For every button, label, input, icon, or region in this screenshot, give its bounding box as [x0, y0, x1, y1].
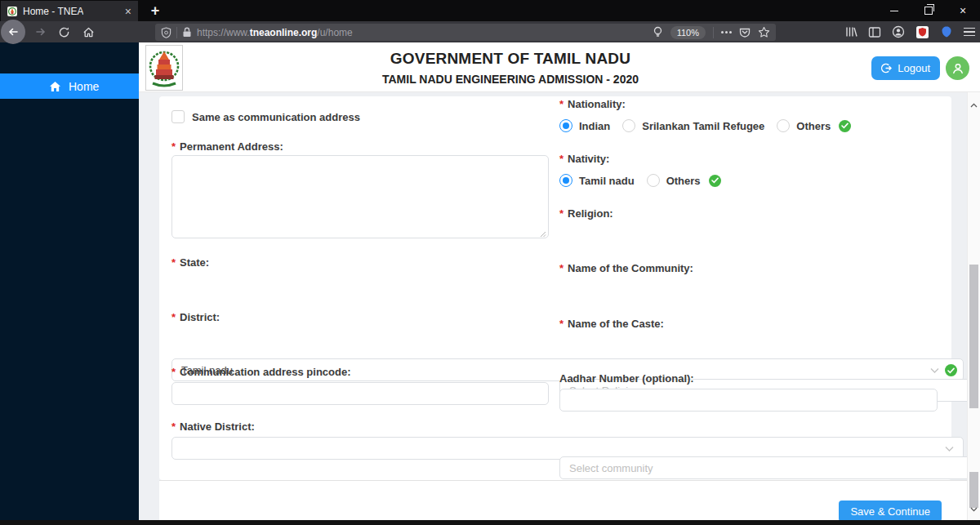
url-text: https://www.tneaonline.org/u/home [197, 27, 353, 38]
account-icon[interactable] [892, 25, 905, 38]
library-icon[interactable] [844, 25, 858, 38]
verified-icon [945, 364, 957, 376]
scrollbar-thumb[interactable] [969, 265, 978, 408]
same-address-label: Same as communication address [192, 111, 360, 123]
logout-button[interactable]: Logout [871, 56, 940, 80]
caste-label: *Name of the Caste: [559, 318, 938, 330]
community-select[interactable]: Select community [559, 456, 980, 479]
religion-label: *Religion: [559, 207, 938, 220]
header-titles: GOVERNMENT OF TAMIL NADU TAMIL NADU ENGI… [139, 50, 882, 86]
resize-handle-icon[interactable] [540, 231, 546, 238]
page-title: GOVERNMENT OF TAMIL NADU [139, 50, 882, 68]
permanent-address-label: *Permanent Address: [172, 140, 549, 153]
nationality-radio-group: Indian Srilankan Tamil Refugee Others [559, 119, 938, 132]
radio-srilankan-tamil-refugee[interactable]: Srilankan Tamil Refugee [622, 119, 764, 132]
form-footer: Save & Continue [159, 480, 967, 520]
app-header: GOVERNMENT OF TAMIL NADU TAMIL NADU ENGI… [139, 42, 980, 92]
tab-bar: Home - TNEA × + × [0, 0, 980, 21]
vertical-scrollbar[interactable] [967, 92, 980, 520]
scrollbar-thumb[interactable] [969, 472, 978, 508]
scroll-up-icon[interactable] [968, 100, 980, 111]
user-icon [951, 62, 964, 75]
form-card: Same as communication address *Permanent… [159, 96, 951, 480]
home-icon [49, 81, 61, 92]
window-close-button[interactable]: × [946, 0, 980, 21]
verified-icon [839, 120, 851, 132]
logout-icon [881, 63, 892, 73]
radio-tamil-nadu[interactable]: Tamil nadu [559, 174, 635, 187]
user-avatar[interactable] [946, 56, 969, 80]
reload-button[interactable] [54, 22, 74, 42]
window-minimize-button[interactable] [877, 0, 911, 21]
tab-close-icon[interactable]: × [125, 6, 131, 17]
pincode-label: *Communication address pincode: [172, 366, 549, 378]
radio-nationality-others[interactable]: Others [777, 119, 851, 132]
tab-favicon-icon [7, 7, 17, 16]
chevron-down-icon [945, 446, 954, 452]
aadhar-input[interactable] [559, 389, 938, 412]
state-label: *State: [172, 256, 549, 269]
sidebar-toggle-icon[interactable] [868, 26, 881, 38]
verified-icon [709, 175, 721, 187]
extension-blue-icon[interactable] [940, 25, 953, 38]
urlbar-separator [176, 27, 177, 38]
forward-arrow-icon [34, 25, 47, 38]
urlbar-separator [713, 27, 714, 38]
scroll-down-icon[interactable] [968, 504, 980, 515]
app-sidebar: Home [0, 42, 139, 520]
page-action-lightbulb-icon[interactable] [653, 26, 663, 38]
home-icon [82, 26, 95, 38]
menu-hamburger-icon[interactable] [964, 28, 975, 37]
bookmark-star-icon[interactable] [758, 26, 770, 38]
sidebar-item-home[interactable]: Home [0, 73, 139, 99]
back-arrow-icon [7, 25, 20, 38]
permanent-address-textarea[interactable] [172, 155, 549, 238]
new-tab-button[interactable]: + [145, 0, 166, 21]
forward-button[interactable] [31, 22, 51, 42]
nationality-label: *Nationality: [559, 98, 938, 110]
aadhar-label: Aadhar Number (optional): [559, 372, 938, 385]
radio-nativity-others[interactable]: Others [647, 174, 721, 187]
browser-tab[interactable]: Home - TNEA × [1, 1, 138, 21]
sidebar-item-label: Home [69, 80, 99, 93]
page-actions-icon[interactable] [721, 31, 732, 33]
browser-window: Home - TNEA × + × https://www.tneaonline… [0, 0, 980, 525]
content-area: Same as communication address *Permanent… [139, 92, 980, 520]
nativity-label: *Nativity: [559, 153, 938, 165]
toolbar-right-icons [844, 21, 975, 42]
same-address-checkbox[interactable] [172, 110, 185, 123]
zoom-level-badge[interactable]: 110% [670, 26, 706, 39]
reload-icon [58, 26, 70, 38]
tab-title: Home - TNEA [23, 6, 83, 17]
window-controls: × [877, 0, 980, 21]
url-bar[interactable]: https://www.tneaonline.org/u/home 110% [155, 24, 776, 41]
native-district-label: *Native District: [172, 420, 549, 433]
lock-icon[interactable] [182, 27, 192, 38]
window-restore-button[interactable] [911, 0, 946, 21]
district-label: *District: [172, 311, 549, 323]
logout-label: Logout [898, 62, 930, 74]
page-subtitle: TAMIL NADU ENGINEERING ADMISSION - 2020 [139, 73, 882, 86]
shield-icon[interactable] [161, 27, 172, 38]
pincode-input[interactable] [172, 382, 549, 405]
radio-indian[interactable]: Indian [559, 119, 610, 132]
home-button[interactable] [78, 22, 98, 42]
window-bottom-edge [0, 520, 980, 525]
community-label: *Name of the Community: [559, 262, 938, 274]
pocket-icon[interactable] [739, 27, 751, 38]
nativity-radio-group: Tamil nadu Others [559, 174, 938, 187]
extension-red-icon[interactable] [915, 25, 929, 39]
save-continue-button[interactable]: Save & Continue [839, 501, 942, 522]
back-button[interactable] [1, 20, 25, 44]
